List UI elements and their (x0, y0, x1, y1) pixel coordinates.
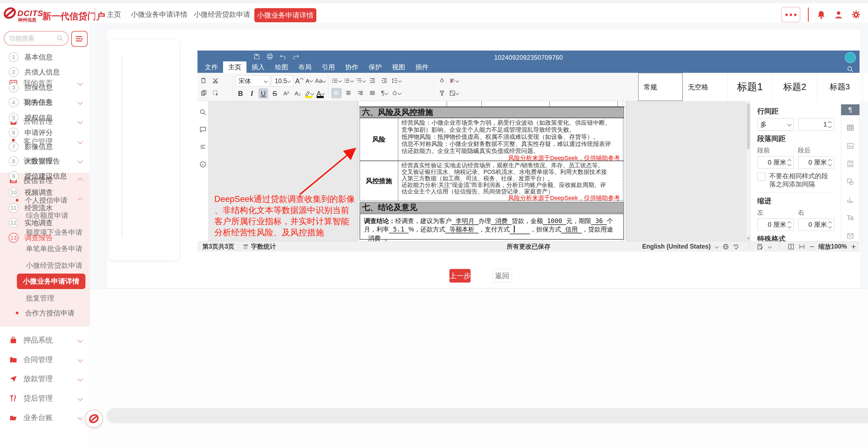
track-changes-icon[interactable] (757, 243, 764, 250)
style-heading4[interactable]: 标题4 (862, 73, 868, 101)
style-normal[interactable]: 常规 (638, 73, 683, 101)
superscript-icon[interactable]: A² (281, 88, 291, 99)
spellcheck-icon[interactable]: ABC (733, 243, 740, 250)
bold-icon[interactable]: B (236, 88, 245, 99)
align-left-icon[interactable] (331, 88, 342, 98)
style-no-spacing[interactable]: 无空格 (683, 73, 727, 101)
globe-icon[interactable] (722, 243, 729, 250)
navigation-icon[interactable] (199, 143, 207, 150)
font-name-select[interactable]: 宋体 (236, 75, 270, 87)
stepper-arrows-icon[interactable] (788, 222, 791, 228)
page-borders-icon[interactable] (449, 88, 459, 98)
menu-tab-home[interactable]: 主页 (223, 61, 246, 73)
font-increase-icon[interactable]: A (295, 76, 303, 86)
user-icon[interactable] (834, 10, 843, 20)
align-right-icon[interactable] (355, 88, 366, 98)
save-icon[interactable] (253, 53, 260, 60)
image-settings-tab[interactable] (841, 140, 860, 151)
nav-tab-micro-loan-apply[interactable]: 小微经营贷款申请 (194, 10, 250, 19)
ink-icon[interactable] (437, 75, 447, 86)
sidebar-item-micro-loan-apply[interactable]: 小微经营贷款申请 (26, 261, 83, 270)
sidebar-item-post-loan[interactable]: 贷后管理 (0, 392, 90, 405)
style-heading1[interactable]: 标题1 (727, 73, 772, 101)
sidebar-item-single-batch[interactable]: 单笔单批业务申请 (26, 244, 83, 253)
spacing-before-stepper[interactable]: 0 厘米 (757, 156, 794, 169)
scrollbar-thumb[interactable] (747, 103, 750, 149)
undo-icon[interactable] (279, 53, 286, 60)
checkbox-icon[interactable] (757, 173, 766, 181)
print-icon[interactable] (266, 53, 273, 60)
step-guarantee[interactable]: 3担保信息 (0, 82, 70, 93)
shape-settings-tab[interactable] (841, 176, 860, 187)
spacing-after-stepper[interactable]: 0 厘米 (798, 156, 835, 169)
menu-tab-view[interactable]: 视图 (387, 61, 410, 73)
multilevel-list-icon[interactable] (355, 75, 366, 86)
chart-settings-tab[interactable] (841, 194, 860, 205)
nav-tab-active-micro-detail[interactable]: 小微业务申请详情 (254, 8, 316, 22)
stepper-arrows-icon[interactable] (829, 122, 831, 128)
menu-tab-insert[interactable]: 插入 (246, 61, 270, 73)
comments-icon[interactable] (199, 126, 207, 133)
style-heading3[interactable]: 标题3 (817, 73, 862, 101)
language-selector[interactable]: English (United States) (642, 243, 711, 250)
nav-tab-home[interactable]: 主页 (107, 10, 121, 19)
line-spacing-select[interactable]: 多 (757, 118, 794, 131)
mail-merge-tab[interactable] (841, 230, 860, 241)
numbered-list-icon[interactable] (343, 75, 353, 86)
menu-tab-layout[interactable]: 布局 (293, 61, 317, 73)
step-bigdata-report[interactable]: 8大数据报告 (0, 156, 70, 167)
copy-icon[interactable] (198, 88, 209, 98)
menu-filter-button[interactable] (71, 31, 88, 47)
style-heading2[interactable]: 标题2 (772, 73, 817, 101)
no-gap-between-paragraphs-option[interactable]: 不要在相同样式的段落之间添加间隔 (757, 172, 834, 188)
font-decrease-icon[interactable]: A (305, 76, 313, 86)
align-center-icon[interactable] (343, 88, 353, 98)
increase-indent-icon[interactable] (379, 75, 390, 86)
paragraph-marks-icon[interactable]: ¶ (379, 88, 390, 98)
step-credit-advice[interactable]: 9授信建议信息 (0, 171, 70, 181)
document-scrollbar[interactable]: ▾ (746, 101, 750, 241)
shading-icon[interactable] (391, 88, 402, 98)
stepper-arrows-icon[interactable] (788, 160, 791, 166)
gear-icon[interactable] (851, 10, 861, 20)
select-icon[interactable] (211, 88, 221, 98)
step-authorization[interactable]: 5授权信息 (0, 112, 70, 123)
cut-icon[interactable] (211, 75, 221, 86)
scrollbar-down-arrow[interactable]: ▾ (746, 235, 751, 241)
bell-icon[interactable] (816, 10, 826, 20)
find-icon[interactable] (199, 109, 207, 116)
zoom-out-button[interactable]: − (809, 242, 814, 251)
strikethrough-icon[interactable]: S (270, 88, 280, 99)
paste-icon[interactable] (198, 75, 209, 86)
sidebar-item-contracts[interactable]: 合同管理 (0, 353, 90, 366)
step-field-survey[interactable]: 12实地调查 (0, 217, 70, 228)
menu-tab-plugins[interactable]: 插件 (410, 61, 434, 73)
floating-logo-button[interactable] (85, 410, 103, 427)
sidebar-item-partner-credit[interactable]: 合作方授信申请 (0, 307, 90, 319)
nav-tab-micro-detail[interactable]: 小微业务申请详情 (131, 10, 187, 19)
fit-page-icon[interactable] (788, 243, 794, 250)
search-icon[interactable] (847, 66, 854, 73)
zoom-in-button[interactable]: + (851, 242, 856, 251)
step-survey-report-active[interactable]: 13调查报告 (0, 232, 70, 243)
page-indicator[interactable]: 第3页共3页 (203, 242, 235, 251)
font-size-select[interactable]: 10.5 (272, 75, 293, 87)
menu-tab-references[interactable]: 引用 (317, 61, 340, 73)
collaborator-avatar[interactable] (845, 52, 856, 63)
word-count-button[interactable]: 字数统计 (251, 242, 276, 251)
change-case-icon[interactable]: Aa (315, 76, 325, 86)
field-payment-method-blank[interactable] (510, 225, 530, 234)
indent-right-stepper[interactable]: 0 厘米 (798, 218, 835, 231)
menu-tab-draw[interactable]: 绘图 (270, 61, 293, 73)
redo-icon[interactable] (292, 53, 300, 60)
document-page[interactable]: 六、风险及风控措施 风险 经营风险：小微企业市场竞争力弱，易受行业波动（如政策变… (359, 101, 626, 241)
info-icon[interactable] (199, 161, 207, 168)
menu-tab-protection[interactable]: 保护 (364, 61, 387, 73)
menu-tab-file[interactable]: 文件 (200, 61, 223, 73)
search-input[interactable] (9, 35, 57, 42)
sidebar-item-approval-management[interactable]: 批复管理 (26, 294, 54, 303)
subscript-icon[interactable]: A₂ (293, 88, 303, 99)
previous-step-button[interactable]: 上一步 (450, 269, 471, 282)
bullet-list-icon[interactable] (331, 75, 342, 86)
sidebar-item-micro-detail-active[interactable]: 小微业务申请详情 (17, 274, 85, 289)
